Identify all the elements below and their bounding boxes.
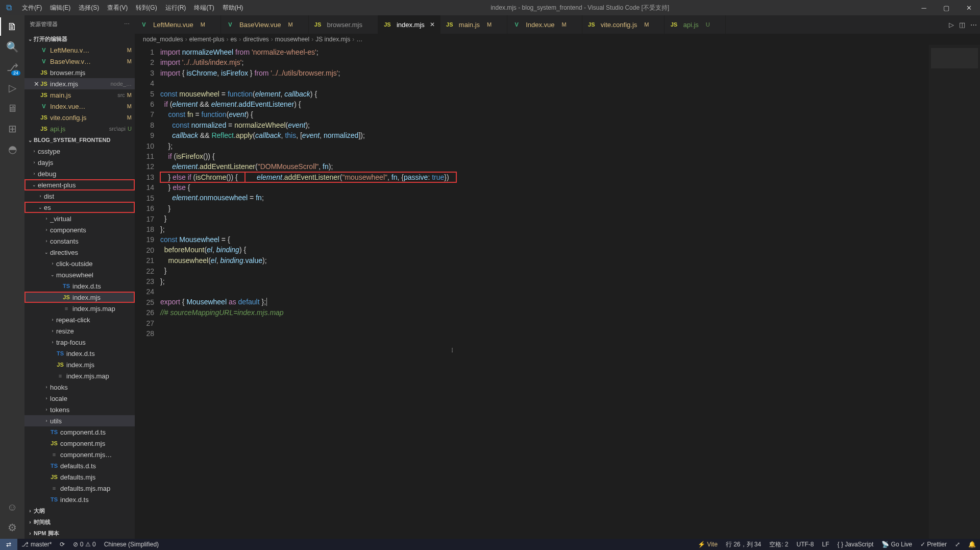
menu-item[interactable]: 文件(F) — [18, 4, 46, 12]
split-icon[interactable]: ◫ — [959, 21, 965, 29]
file-item[interactable]: ›JSdefaults.mjs — [24, 471, 135, 483]
folder-item[interactable]: ›resize — [24, 325, 135, 337]
folder-item[interactable]: ›locale — [24, 393, 135, 404]
account-icon[interactable]: ☺ — [5, 500, 19, 514]
feedback-icon[interactable]: ⤢ — [951, 541, 964, 548]
folder-item[interactable]: ›click-outside — [24, 258, 135, 269]
problems[interactable]: ⊘ 0 ⚠ 0 — [69, 541, 100, 548]
minimap-viewport[interactable] — [931, 48, 978, 68]
file-item[interactable]: ›JScomponent.mjs — [24, 438, 135, 449]
folder-item[interactable]: ›dayjs — [24, 157, 135, 168]
breadcrumb-item[interactable]: mousewheel — [275, 36, 309, 43]
open-editor-item[interactable]: JSbrowser.mjs — [24, 67, 135, 78]
prettier-status[interactable]: ✓ Prettier — [916, 541, 951, 548]
file-item[interactable]: ›TScomponent.d.ts — [24, 426, 135, 438]
eol[interactable]: LF — [818, 541, 834, 548]
editor-tab[interactable]: JSindex.mjs✕ — [378, 15, 440, 34]
folder-item[interactable]: ›utils — [24, 415, 135, 426]
breadcrumb-item[interactable]: es — [230, 36, 237, 43]
project-section[interactable]: ⌄ BLOG_SYSTEM_FRONTEND — [24, 134, 135, 146]
file-item[interactable]: ›TSindex.d.ts — [24, 494, 135, 505]
file-item[interactable]: ›JSindex.mjs — [24, 359, 135, 370]
scm-icon[interactable]: ⎇24 — [5, 60, 19, 75]
editor-tab[interactable]: VIndex.vueM✕ — [507, 15, 582, 34]
folder-item[interactable]: ›tokens — [24, 404, 135, 415]
more-icon[interactable]: ⋯ — [970, 21, 977, 29]
folder-item[interactable]: ⌄element-plus — [24, 179, 135, 190]
extensions-icon[interactable]: ⊞ — [5, 122, 19, 136]
sidebar-section[interactable]: ›大纲 — [24, 505, 135, 516]
menu-item[interactable]: 选择(S) — [75, 4, 103, 12]
git-sync[interactable]: ⟳ — [56, 541, 69, 548]
docker-icon[interactable]: ◓ — [5, 142, 19, 156]
file-item[interactable]: ›TSindex.d.ts — [24, 348, 135, 359]
open-editor-item[interactable]: ✕JSindex.mjsnode_… — [24, 78, 135, 89]
language-mode[interactable]: { } JavaScript — [834, 541, 878, 548]
more-icon[interactable]: ⋯ — [124, 21, 130, 28]
sidebar-section[interactable]: ›时间线 — [24, 516, 135, 528]
folder-item[interactable]: ›repeat-click — [24, 314, 135, 325]
minimize-button[interactable]: ─ — [913, 0, 935, 15]
folder-item[interactable]: ›constants — [24, 235, 135, 247]
language-ext[interactable]: Chinese (Simplified) — [100, 541, 163, 548]
editor-tab[interactable]: VBaseView.vueM✕ — [221, 15, 309, 34]
breadcrumb-item[interactable]: element-plus — [189, 36, 225, 43]
folder-item[interactable]: ⌄directives — [24, 247, 135, 258]
folder-item[interactable]: ›dist — [24, 190, 135, 202]
open-editor-item[interactable]: JSvite.config.jsM — [24, 112, 135, 123]
go-live[interactable]: 📡 Go Live — [877, 541, 916, 548]
breadcrumb-item[interactable]: node_modules — [143, 36, 183, 43]
search-icon[interactable]: 🔍 — [5, 40, 19, 54]
menu-item[interactable]: 查看(V) — [103, 4, 132, 12]
folder-item[interactable]: ›hooks — [24, 381, 135, 393]
breadcrumb-item[interactable]: directives — [243, 36, 269, 43]
breadcrumbs[interactable]: node_modules›element-plus›es›directives›… — [135, 34, 980, 45]
menu-item[interactable]: 转到(G) — [132, 4, 161, 12]
file-item[interactable]: ›JSindex.mjs — [24, 292, 135, 303]
indent[interactable]: 空格: 2 — [765, 540, 792, 549]
folder-item[interactable]: ⌄es — [24, 202, 135, 213]
editor-tab[interactable]: VLeftMenu.vueM✕ — [135, 15, 221, 34]
folder-item[interactable]: ›debug — [24, 168, 135, 179]
close-icon[interactable]: ✕ — [430, 21, 435, 28]
open-editor-item[interactable]: JSmain.jssrcM — [24, 89, 135, 101]
editor-tab[interactable]: JSmain.jsM✕ — [440, 15, 507, 34]
remote-indicator[interactable]: ⇄ — [0, 539, 17, 550]
menu-item[interactable]: 运行(R) — [161, 4, 190, 12]
file-item[interactable]: ›TSdefaults.d.ts — [24, 460, 135, 471]
folder-item[interactable]: ›components — [24, 224, 135, 235]
open-editor-item[interactable]: VLeftMenu.v…M — [24, 44, 135, 56]
explorer-icon[interactable]: 🗎 — [5, 19, 19, 34]
code-content[interactable]: import normalizeWheel from 'normalize-wh… — [160, 45, 980, 539]
editor-tab[interactable]: JSbrowser.mjs✕ — [309, 15, 378, 34]
minimap[interactable] — [929, 45, 980, 539]
editor-tab[interactable]: JSvite.config.jsM✕ — [582, 15, 665, 34]
folder-item[interactable]: ⌄mousewheel — [24, 269, 135, 280]
file-item[interactable]: ›≡index.mjs.map — [24, 303, 135, 314]
folder-item[interactable]: ›trap-focus — [24, 337, 135, 348]
menu-item[interactable]: 终端(T) — [190, 4, 218, 12]
encoding[interactable]: UTF-8 — [793, 541, 818, 548]
sidebar-section[interactable]: ›NPM 脚本 — [24, 528, 135, 539]
open-editor-item[interactable]: JSapi.jssrc\apiU — [24, 123, 135, 134]
file-item[interactable]: ›≡defaults.mjs.map — [24, 483, 135, 494]
cursor-position[interactable]: 行 26，列 34 — [722, 540, 765, 549]
editor-tab[interactable]: JSapi.jsU✕ — [665, 15, 725, 34]
git-branch[interactable]: ⎇ master* — [17, 541, 56, 548]
code-editor[interactable]: 1234567891011121314151617181920212223242… — [135, 45, 980, 539]
remote-explorer-icon[interactable]: 🖥 — [5, 101, 19, 115]
file-item[interactable]: ›TSindex.d.ts — [24, 280, 135, 292]
breadcrumb-item[interactable]: JS index.mjs — [315, 36, 350, 43]
folder-item[interactable]: ›csstype — [24, 146, 135, 157]
notifications-icon[interactable]: 🔔 — [964, 541, 980, 548]
breadcrumb-item[interactable]: … — [356, 36, 362, 43]
file-item[interactable]: ›≡component.mjs… — [24, 449, 135, 460]
folder-item[interactable]: ›_virtual — [24, 213, 135, 224]
file-item[interactable]: ›≡index.mjs.map — [24, 370, 135, 381]
open-editor-item[interactable]: VBaseView.v…M — [24, 56, 135, 67]
menu-item[interactable]: 编辑(E) — [46, 4, 75, 12]
settings-gear-icon[interactable]: ⚙ — [5, 520, 19, 535]
run-icon[interactable]: ▷ — [949, 21, 954, 29]
open-editor-item[interactable]: VIndex.vue…M — [24, 101, 135, 112]
maximize-button[interactable]: ▢ — [935, 0, 958, 15]
